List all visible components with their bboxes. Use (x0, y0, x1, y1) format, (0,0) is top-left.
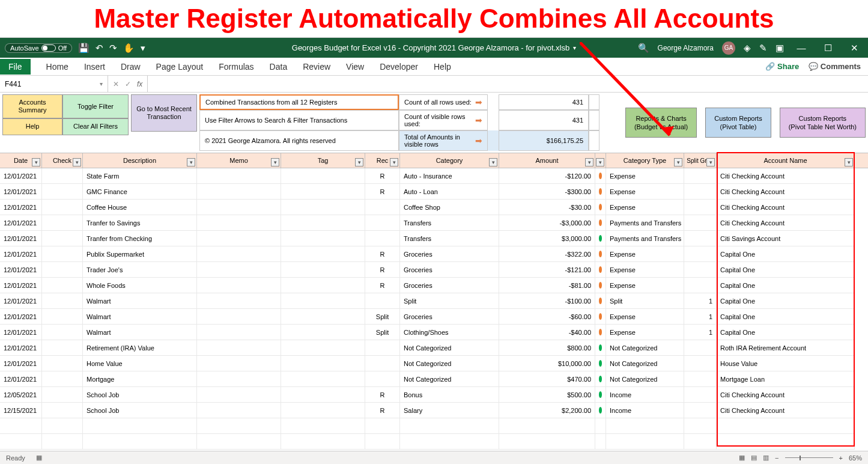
save-icon[interactable]: 💾 (78, 43, 90, 53)
table-cell[interactable] (197, 246, 281, 262)
table-cell[interactable] (684, 371, 717, 387)
table-cell[interactable]: 12/01/2021 (0, 200, 42, 215)
table-cell[interactable]: Citi Checking Account (717, 200, 855, 215)
ribbon-tab[interactable]: Review (303, 62, 330, 72)
formula-input[interactable] (148, 76, 868, 92)
table-cell[interactable]: 12/01/2021 (0, 168, 42, 184)
table-cell[interactable]: Expense (606, 168, 684, 184)
table-cell[interactable]: Payments and Transfers (606, 215, 684, 231)
table-cell[interactable] (197, 200, 281, 215)
table-cell[interactable] (595, 340, 606, 356)
table-row[interactable]: 12/01/2021MortgageNot Categorized$470.00… (0, 371, 868, 387)
table-cell[interactable]: $3,000.00 (499, 231, 595, 246)
ribbon-tab[interactable]: Draw (121, 62, 141, 72)
table-cell[interactable] (42, 168, 83, 184)
table-cell[interactable]: Payments and Transfers (606, 231, 684, 246)
table-cell[interactable]: State Farm (83, 168, 197, 184)
table-cell[interactable] (197, 262, 281, 278)
table-cell[interactable] (281, 200, 365, 215)
table-cell[interactable]: Citi Checking Account (717, 168, 855, 184)
table-cell[interactable] (365, 200, 400, 215)
table-cell[interactable]: Income (606, 387, 684, 403)
table-cell[interactable]: Expense (606, 200, 684, 215)
cancel-icon[interactable]: ✕ (113, 80, 119, 88)
name-box[interactable]: ▾ (0, 76, 108, 92)
close-icon[interactable]: ✕ (845, 43, 863, 53)
table-cell[interactable]: 12/01/2021 (0, 325, 42, 340)
table-cell[interactable]: Not Categorized (606, 356, 684, 371)
minimize-icon[interactable]: — (792, 43, 810, 53)
table-row[interactable]: 12/01/2021GMC FinanceRAuto - Loan-$300.0… (0, 184, 868, 200)
table-cell[interactable]: 12/01/2021 (0, 371, 42, 387)
table-cell[interactable]: House Value (717, 356, 855, 371)
table-cell[interactable] (42, 356, 83, 371)
table-cell[interactable] (365, 293, 400, 309)
table-cell[interactable]: Split (365, 325, 400, 340)
table-cell[interactable]: Publix Supermarket (83, 246, 197, 262)
table-row[interactable]: 12/01/2021Home ValueNot Categorized$10,0… (0, 356, 868, 371)
filter-arrow-icon[interactable]: ▾ (390, 158, 398, 166)
table-cell[interactable] (197, 309, 281, 325)
table-cell[interactable]: 12/15/2021 (0, 403, 42, 418)
clear-filters-button[interactable]: Clear All Filters (62, 118, 129, 135)
table-cell[interactable]: Not Categorized (400, 340, 499, 356)
table-cell[interactable]: Transfers (400, 215, 499, 231)
redo-icon[interactable]: ↷ (109, 43, 117, 53)
table-cell[interactable] (595, 215, 606, 231)
search-icon[interactable]: 🔍 (638, 43, 649, 53)
table-cell[interactable]: Walmart (83, 325, 197, 340)
table-cell[interactable]: Coffee Shop (400, 200, 499, 215)
table-cell[interactable]: -$100.00 (499, 293, 595, 309)
table-cell[interactable]: R (365, 246, 400, 262)
table-cell[interactable] (281, 325, 365, 340)
table-cell[interactable]: 1 (684, 293, 717, 309)
col-tag[interactable]: Tag▾ (281, 153, 365, 168)
table-cell[interactable] (595, 168, 606, 184)
table-cell[interactable] (595, 231, 606, 246)
table-cell[interactable]: 12/01/2021 (0, 278, 42, 293)
table-cell[interactable] (42, 403, 83, 418)
table-cell[interactable]: Expense (606, 278, 684, 293)
table-cell[interactable] (42, 309, 83, 325)
filter-arrow-icon[interactable]: ▾ (271, 158, 279, 166)
table-cell[interactable]: Not Categorized (606, 340, 684, 356)
table-cell[interactable]: Split (606, 293, 684, 309)
table-cell[interactable] (684, 215, 717, 231)
table-cell[interactable]: -$300.00 (499, 184, 595, 200)
table-cell[interactable]: Not Categorized (606, 371, 684, 387)
table-cell[interactable] (281, 356, 365, 371)
table-cell[interactable]: Citi Checking Account (717, 215, 855, 231)
table-cell[interactable]: Citi Checking Account (717, 387, 855, 403)
table-cell[interactable] (42, 371, 83, 387)
table-cell[interactable] (595, 246, 606, 262)
table-cell[interactable]: Capital One (717, 278, 855, 293)
table-cell[interactable]: 12/01/2021 (0, 309, 42, 325)
ribbon-tab[interactable]: Data (270, 62, 288, 72)
undo-icon[interactable]: ↶ (96, 43, 103, 53)
table-cell[interactable]: Citi Checking Account (717, 184, 855, 200)
col-category[interactable]: Category▾ (400, 153, 499, 168)
col-rec[interactable]: Rec▾ (365, 153, 400, 168)
table-cell[interactable]: Auto - Loan (400, 184, 499, 200)
table-row[interactable]: 12/01/2021WalmartSplitGroceries-$60.00Ex… (0, 309, 868, 325)
table-cell[interactable] (281, 309, 365, 325)
table-cell[interactable]: Citi Savings Account (717, 231, 855, 246)
table-cell[interactable]: School Job (83, 387, 197, 403)
table-cell[interactable] (684, 340, 717, 356)
table-row[interactable]: 12/01/2021Whole FoodsRGroceries-$81.00Ex… (0, 278, 868, 293)
table-cell[interactable] (281, 387, 365, 403)
table-cell[interactable]: Auto - Insurance (400, 168, 499, 184)
table-cell[interactable]: 12/01/2021 (0, 262, 42, 278)
table-cell[interactable] (684, 356, 717, 371)
table-cell[interactable] (42, 262, 83, 278)
ribbon-tab[interactable]: Home (46, 62, 68, 72)
table-cell[interactable]: Expense (606, 184, 684, 200)
table-cell[interactable] (684, 168, 717, 184)
table-cell[interactable] (197, 387, 281, 403)
filter-arrow-icon[interactable]: ▾ (585, 158, 593, 166)
toggle-filter-button[interactable]: Toggle Filter (62, 94, 129, 118)
table-cell[interactable]: R (365, 168, 400, 184)
table-cell[interactable] (365, 215, 400, 231)
autosave-toggle[interactable]: AutoSave Off (5, 43, 72, 53)
table-cell[interactable]: Expense (606, 309, 684, 325)
